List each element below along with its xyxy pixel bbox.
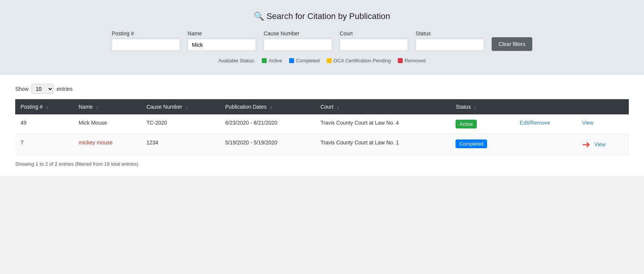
posting-input[interactable] (112, 39, 180, 51)
col-header-status[interactable]: Status ↕ (450, 99, 514, 114)
clear-filters-button[interactable]: Clear filters (492, 37, 532, 51)
filter-row: Posting # Name Cause Number Court Status… (15, 30, 629, 51)
view-with-arrow: ➜ View (582, 139, 623, 149)
removed-dot (398, 58, 403, 63)
removed-label: Removed (405, 58, 426, 63)
search-panel: 🔍 Search for Citation by Publication Pos… (0, 0, 644, 75)
cell-court: Travis County Court at Law No. 4 (315, 114, 450, 134)
col-header-actions2 (577, 99, 629, 114)
cell-posting-num: 7 (15, 134, 73, 155)
col-header-court[interactable]: Court ↕ (315, 99, 450, 114)
court-filter-group: Court (340, 30, 408, 51)
col-header-pub-dates[interactable]: Publication Dates ↕ (220, 99, 315, 114)
entries-label: entries (57, 86, 73, 92)
view-link[interactable]: View (582, 120, 593, 126)
cell-status: Completed (450, 134, 514, 155)
sort-icon-pub: ↕ (270, 105, 272, 109)
status-input[interactable] (416, 39, 484, 51)
content-area: Show 10 25 50 100 entries Posting # ↕ Na… (0, 75, 644, 176)
sort-icon-cause: ↕ (185, 105, 188, 109)
status-filter-group: Status (416, 30, 484, 51)
posting-label: Posting # (112, 30, 134, 36)
cell-name: mickey mouse (73, 134, 141, 155)
completed-label: Completed (296, 58, 320, 63)
legend-removed: Removed (398, 58, 426, 63)
sort-icon-posting: ↕ (46, 105, 48, 109)
name-link[interactable]: mickey mouse (79, 139, 112, 146)
sort-icon-status: ↕ (474, 105, 476, 109)
table-footer: Showing 1 to 2 of 2 entries (filtered fr… (15, 161, 629, 167)
cause-number-input[interactable] (264, 39, 332, 51)
legend-active: Active (262, 58, 282, 63)
search-icon: 🔍 (254, 11, 264, 21)
oca-label: OCA Certification Pending (334, 58, 391, 63)
court-label: Court (340, 30, 353, 36)
col-header-cause-number[interactable]: Cause Number ↕ (141, 99, 220, 114)
table-row: 7 mickey mouse 1234 5/19/2020 - 5/19/202… (15, 134, 629, 155)
cell-action-view: ➜ View (577, 134, 629, 155)
red-arrow-icon: ➜ (582, 139, 590, 149)
posting-filter-group: Posting # (112, 30, 180, 51)
cell-posting-num: 49 (15, 114, 73, 134)
cell-action-edit: Edit/Remove (514, 114, 577, 134)
col-header-name[interactable]: Name ↕ (73, 99, 141, 114)
cell-action-view: View (577, 114, 629, 134)
active-label: Active (269, 58, 282, 63)
col-header-posting-num[interactable]: Posting # ↕ (15, 99, 73, 114)
view-link[interactable]: View (594, 141, 606, 147)
status-legend: Available Status: Active Completed OCA C… (15, 58, 629, 63)
completed-dot (289, 58, 294, 63)
status-badge: Completed (456, 139, 487, 148)
sort-icon-name: ↕ (96, 105, 98, 109)
col-header-actions1 (514, 99, 577, 114)
cell-court: Travis County Court at Law No. 1 (315, 134, 450, 155)
edit-remove-link[interactable]: Edit/Remove (520, 120, 550, 126)
court-input[interactable] (340, 39, 408, 51)
cause-number-filter-group: Cause Number (264, 30, 332, 51)
cell-action-edit (514, 134, 577, 155)
status-label: Status (416, 30, 431, 36)
available-status-label: Available Status: (218, 58, 255, 63)
entries-per-page-select[interactable]: 10 25 50 100 (32, 84, 54, 94)
legend-completed: Completed (289, 58, 320, 63)
cell-name: Mick Mouse (73, 114, 141, 134)
cell-cause-number: 1234 (141, 134, 220, 155)
table-header-row: Posting # ↕ Name ↕ Cause Number ↕ Public… (15, 99, 629, 114)
active-dot (262, 58, 267, 63)
cause-number-label: Cause Number (264, 30, 299, 36)
oca-dot (327, 58, 332, 63)
show-entries-row: Show 10 25 50 100 entries (15, 84, 629, 94)
show-label: Show (15, 86, 28, 92)
status-badge: Active (456, 120, 476, 128)
results-table: Posting # ↕ Name ↕ Cause Number ↕ Public… (15, 99, 629, 155)
name-input[interactable] (188, 39, 256, 51)
legend-oca: OCA Certification Pending (327, 58, 391, 63)
table-row: 49 Mick Mouse TC-2020 6/23/2020 - 8/21/2… (15, 114, 629, 134)
cell-pub-dates: 6/23/2020 - 8/21/2020 (220, 114, 315, 134)
cell-status: Active (450, 114, 514, 134)
cell-pub-dates: 5/19/2020 - 5/19/2020 (220, 134, 315, 155)
cell-cause-number: TC-2020 (141, 114, 220, 134)
name-label: Name (188, 30, 202, 36)
sort-icon-court: ↕ (337, 105, 339, 109)
page-title: 🔍 Search for Citation by Publication (15, 11, 629, 21)
name-filter-group: Name (188, 30, 256, 51)
